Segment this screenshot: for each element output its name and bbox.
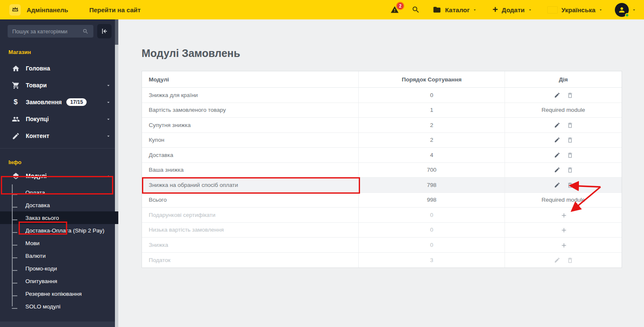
submenu-item-ship2pay[interactable]: Доставка-Оплата (Ship 2 Pay) xyxy=(0,224,118,237)
edit-icon[interactable] xyxy=(554,122,560,128)
home-icon xyxy=(11,65,20,73)
required-module-label: Required module xyxy=(542,107,585,113)
action-cell xyxy=(505,88,622,103)
submenu-item-solo-modules[interactable]: SOLO модулі xyxy=(0,300,118,313)
column-header-sort-order: Порядок Сортування xyxy=(359,71,505,87)
table-row: Вартість замовленого товару1Required mod… xyxy=(142,103,622,118)
sidebar-item-home[interactable]: Головна xyxy=(0,60,118,77)
sidebar: Пошук за категоріями Магазин ГоловнаТова… xyxy=(0,19,118,327)
folder-icon xyxy=(433,5,441,14)
sidebar-item-modules[interactable]: Модулі xyxy=(0,167,118,185)
sort-order-value: 0 xyxy=(359,88,505,103)
profile-menu[interactable] xyxy=(615,3,636,17)
sidebar-collapse-button[interactable] xyxy=(97,24,112,38)
sort-order-value: 798 xyxy=(359,178,505,192)
submenu-item-payment[interactable]: Оплата xyxy=(0,186,118,199)
delete-icon[interactable] xyxy=(567,137,573,143)
delete-icon[interactable] xyxy=(567,182,573,188)
submenu-item-promo-codes[interactable]: Промо-коди xyxy=(0,262,118,275)
sort-order-value: 2 xyxy=(359,118,505,132)
table-row: Податок3 xyxy=(142,253,622,268)
search-icon xyxy=(82,28,89,35)
chevron-up-icon xyxy=(106,173,111,179)
module-name: Низька вартість замовлення xyxy=(142,223,359,238)
table-row: Знижка для країни0 xyxy=(142,88,622,103)
main-content: Модулі Замовлень Модулі Порядок Сортуван… xyxy=(118,19,644,327)
action-cell xyxy=(505,163,622,178)
sidebar-item-orders[interactable]: $Замовлення17/15 xyxy=(0,94,118,111)
submenu-item-order-total[interactable]: Заказ всього xyxy=(0,211,118,224)
add-menu[interactable]: + Додати xyxy=(492,5,532,14)
module-name: Знижка xyxy=(142,238,359,252)
divider xyxy=(0,148,118,149)
chevron-down-icon xyxy=(106,133,111,139)
install-icon[interactable] xyxy=(560,212,567,218)
chevron-down-icon xyxy=(598,8,603,12)
action-cell xyxy=(505,178,622,192)
sidebar-scrollbar-thumb[interactable] xyxy=(115,19,118,45)
sort-order-value: 1 xyxy=(359,103,505,118)
action-cell xyxy=(505,253,622,268)
action-cell xyxy=(505,238,622,252)
submenu-item-currencies[interactable]: Валюти xyxy=(0,249,118,262)
sort-order-value: 2 xyxy=(359,133,505,148)
module-name: Купон xyxy=(142,133,359,148)
sidebar-item-products[interactable]: Товари xyxy=(0,77,118,94)
action-cell xyxy=(505,118,622,132)
edit-icon[interactable] xyxy=(554,152,560,158)
plus-icon: + xyxy=(492,5,498,14)
search-icon xyxy=(412,5,420,14)
language-label: Українська xyxy=(562,6,595,14)
column-header-action: Дія xyxy=(505,71,622,87)
sidebar-item-customers[interactable]: Покупці xyxy=(0,111,118,127)
sidebar-item-label: Головна xyxy=(26,65,50,72)
delete-icon[interactable] xyxy=(567,167,573,173)
edit-icon[interactable] xyxy=(554,137,560,143)
table-row: Супутня знижка2 xyxy=(142,118,622,133)
delete-icon[interactable] xyxy=(567,152,573,158)
submenu-item-shipping[interactable]: Доставка xyxy=(0,199,118,211)
table-row: Подарункові сертифікати0 xyxy=(142,208,622,223)
table-body: Знижка для країни0Вартість замовленого т… xyxy=(142,88,622,268)
person-icon xyxy=(618,6,626,14)
submenu-item-label: SOLO модулі xyxy=(25,303,60,310)
tree-line xyxy=(12,184,13,306)
delete-icon[interactable] xyxy=(567,92,573,98)
alerts-button[interactable]: 2 xyxy=(390,5,399,14)
sort-order-value: 0 xyxy=(359,238,505,252)
ukraine-flag-icon xyxy=(548,7,557,13)
module-name: Знижка для країни xyxy=(142,88,359,103)
dollar-icon: $ xyxy=(11,98,20,106)
search-button[interactable] xyxy=(412,5,420,14)
catalog-menu[interactable]: Каталог xyxy=(433,5,477,14)
avatar xyxy=(615,3,629,17)
table-row: Знижка0 xyxy=(142,238,622,253)
submenu-item-label: Промо-коди xyxy=(25,265,57,272)
table-header-row: Модулі Порядок Сортування Дія xyxy=(142,71,622,88)
submenu-item-languages[interactable]: Мови xyxy=(0,237,118,249)
section-label-store: Магазин xyxy=(8,49,118,55)
language-menu[interactable]: Українська xyxy=(548,6,603,14)
install-icon[interactable] xyxy=(560,242,567,248)
edit-icon[interactable] xyxy=(554,92,560,98)
section-label-info: Інфо xyxy=(8,159,118,165)
edit-icon[interactable] xyxy=(554,167,560,173)
go-to-site-link[interactable]: Перейти на сайт xyxy=(89,6,141,14)
submenu-item-surveys[interactable]: Опитування xyxy=(0,275,118,287)
page-title: Модулі Замовлень xyxy=(142,47,240,59)
submenu-item-label: Мови xyxy=(25,240,40,246)
module-name: Ваша знижка xyxy=(142,163,359,178)
category-search-input[interactable]: Пошук за категоріями xyxy=(8,25,93,38)
crown-logo-icon[interactable] xyxy=(9,4,21,16)
edit-icon[interactable] xyxy=(554,182,560,188)
chevron-down-icon xyxy=(632,8,636,12)
module-name: Подарункові сертифікати xyxy=(142,208,359,222)
install-icon[interactable] xyxy=(560,227,567,233)
module-name: Податок xyxy=(142,253,359,268)
delete-icon[interactable] xyxy=(567,122,573,128)
submenu-item-backup[interactable]: Резервне копіювання xyxy=(0,287,118,300)
table-row: Низька вартість замовлення0 xyxy=(142,223,622,238)
sidebar-item-label: Покупці xyxy=(26,116,49,122)
sidebar-item-content[interactable]: Контент xyxy=(0,127,118,144)
sidebar-item-label: Замовлення xyxy=(26,99,62,105)
